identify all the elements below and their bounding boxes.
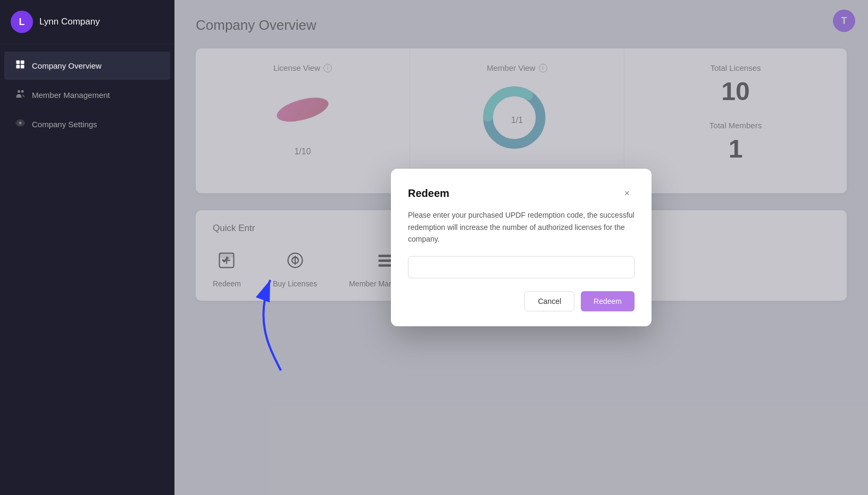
svg-rect-0 <box>16 61 20 64</box>
company-avatar: L <box>11 11 33 33</box>
svg-rect-3 <box>21 65 24 69</box>
sidebar-nav: Company Overview Member Management Compa… <box>0 44 174 495</box>
company-overview-icon <box>15 59 26 72</box>
redemption-code-input[interactable] <box>408 256 635 278</box>
main-content-area: T Company Overview License View i 1/10 M… <box>174 0 868 495</box>
company-name: Lynn Company <box>39 16 100 27</box>
modal-header: Redeem × <box>408 186 635 201</box>
sidebar-item-member-management[interactable]: Member Management <box>4 81 170 109</box>
svg-point-4 <box>18 90 20 93</box>
sidebar-item-label: Company Settings <box>32 120 97 129</box>
svg-rect-2 <box>16 65 20 69</box>
sidebar: L Lynn Company Company Overview Member M… <box>0 0 174 495</box>
svg-rect-1 <box>21 61 24 64</box>
sidebar-header: L Lynn Company <box>0 0 174 44</box>
redeem-button[interactable]: Redeem <box>581 291 635 311</box>
modal-close-button[interactable]: × <box>620 186 635 201</box>
modal-actions: Cancel Redeem <box>408 291 635 311</box>
member-management-icon <box>15 88 26 102</box>
modal-description: Please enter your purchased UPDF redempt… <box>408 209 635 245</box>
sidebar-item-label: Member Management <box>32 90 110 100</box>
redeem-modal: Redeem × Please enter your purchased UPD… <box>391 169 652 326</box>
modal-backdrop: Redeem × Please enter your purchased UPD… <box>174 0 868 495</box>
sidebar-item-company-settings[interactable]: Company Settings <box>4 110 170 138</box>
sidebar-item-company-overview[interactable]: Company Overview <box>4 52 170 80</box>
modal-title: Redeem <box>408 187 449 200</box>
sidebar-item-label: Company Overview <box>32 61 102 70</box>
settings-icon <box>15 118 26 131</box>
svg-point-5 <box>21 90 24 93</box>
cancel-button[interactable]: Cancel <box>524 291 574 311</box>
